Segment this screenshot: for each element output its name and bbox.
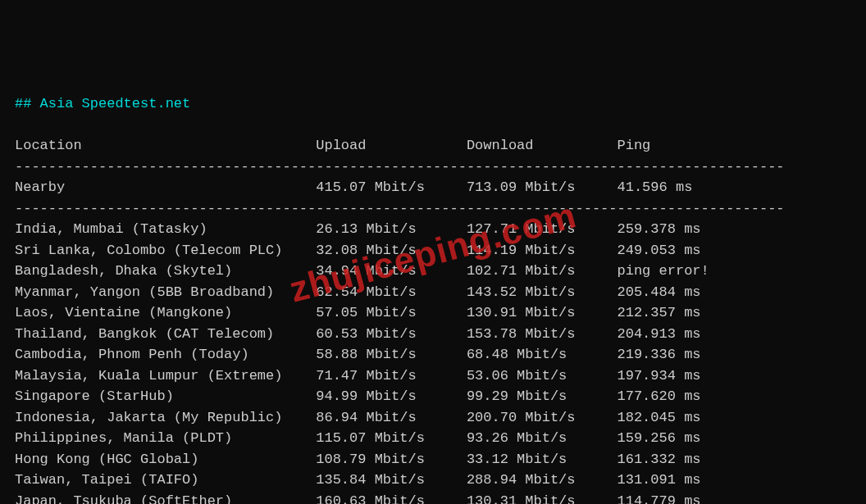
- table-row: Cambodia, Phnom Penh (Today) 58.88 Mbit/…: [15, 347, 701, 362]
- table-row: Bangladesh, Dhaka (Skytel) 34.94 Mbit/s …: [15, 263, 709, 279]
- table-row: Indonesia, Jakarta (My Republic) 86.94 M…: [15, 410, 701, 425]
- table-row: Myanmar, Yangon (5BB Broadband) 62.54 Mb…: [15, 284, 701, 300]
- table-row: Singapore (StarHub) 94.99 Mbit/s 99.29 M…: [15, 388, 701, 404]
- table-row: Malaysia, Kuala Lumpur (Extreme) 71.47 M…: [15, 368, 701, 384]
- table-row: Japan, Tsukuba (SoftEther) 160.63 Mbit/s…: [15, 493, 701, 505]
- table-row: Sri Lanka, Colombo (Telecom PLC) 32.08 M…: [15, 243, 701, 258]
- divider: ----------------------------------------…: [15, 201, 785, 216]
- table-row: Taiwan, Taipei (TAIFO) 135.84 Mbit/s 288…: [15, 472, 701, 488]
- table-row: Hong Kong (HGC Global) 108.79 Mbit/s 33.…: [15, 452, 701, 467]
- terminal-output: ## Asia Speedtest.net Location Upload Do…: [15, 93, 851, 504]
- divider: ----------------------------------------…: [15, 159, 785, 175]
- table-row: India, Mumbai (Tatasky) 26.13 Mbit/s 127…: [15, 221, 701, 237]
- nearby-row: Nearby 415.07 Mbit/s 713.09 Mbit/s 41.59…: [15, 179, 692, 195]
- table-row: Laos, Vientaine (Mangkone) 57.05 Mbit/s …: [15, 305, 701, 320]
- table-row: Philippines, Manila (PLDT) 115.07 Mbit/s…: [15, 430, 701, 446]
- header-row: Location Upload Download Ping: [15, 138, 650, 153]
- table-row: Thailand, Bangkok (CAT Telecom) 60.53 Mb…: [15, 326, 701, 342]
- section-title: ## Asia Speedtest.net: [15, 96, 190, 111]
